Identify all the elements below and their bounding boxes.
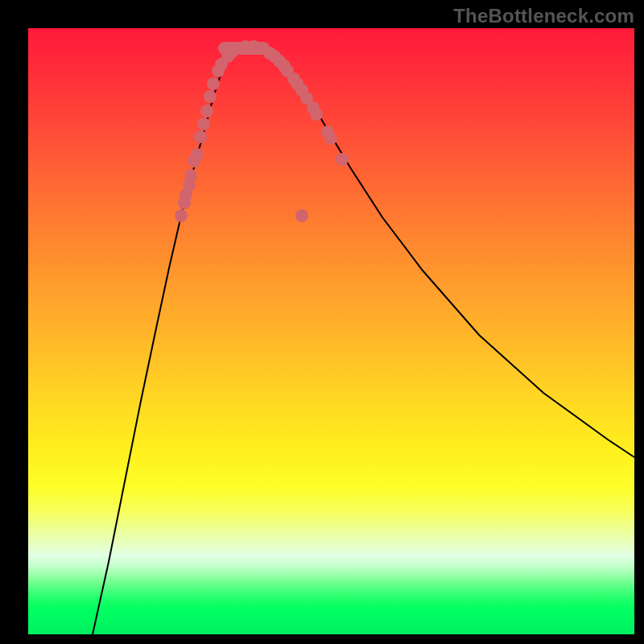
- marker-dot: [194, 130, 207, 143]
- chart-frame: TheBottleneck.com: [0, 0, 644, 644]
- marker-dot: [324, 132, 337, 145]
- watermark-text: TheBottleneck.com: [453, 5, 634, 27]
- marker-dot: [310, 108, 323, 121]
- sample-points: [175, 40, 349, 222]
- marker-dot: [175, 209, 188, 222]
- marker-dot: [191, 148, 204, 161]
- marker-dot: [200, 105, 213, 118]
- marker-dot: [207, 77, 220, 90]
- marker-dot: [197, 118, 210, 130]
- bottleneck-curve: [93, 47, 634, 634]
- marker-dot: [336, 153, 349, 166]
- curve-layer: [28, 28, 634, 634]
- marker-dot: [204, 90, 217, 103]
- marker-dot: [184, 169, 197, 182]
- marker-dot: [295, 209, 308, 222]
- plot-area: [28, 28, 634, 634]
